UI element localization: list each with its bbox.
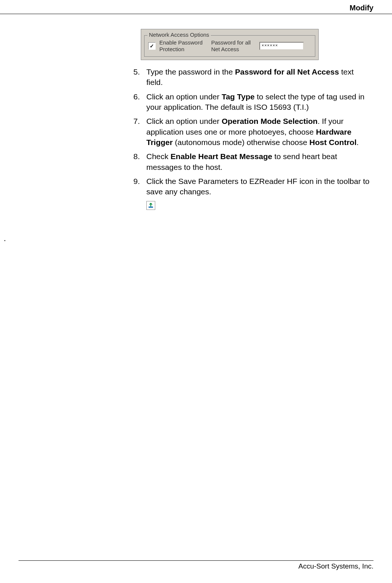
step-body: Click the Save Parameters to EZReader HF… bbox=[146, 176, 370, 197]
step-number: 7. bbox=[133, 116, 146, 148]
step-6: 6. Click an option under Tag Type to sel… bbox=[133, 92, 370, 113]
password-input[interactable]: ×××××× bbox=[259, 42, 304, 50]
step-number: 8. bbox=[133, 151, 146, 172]
content-area: Network Access Options ✓ Enable Password… bbox=[0, 14, 392, 210]
step-body: Type the password in the Password for al… bbox=[146, 67, 370, 88]
stray-period: . bbox=[4, 234, 6, 243]
enable-password-label: Enable Password Protection bbox=[159, 39, 207, 53]
enable-password-checkbox[interactable]: ✓ bbox=[148, 42, 156, 50]
header-title: Modify bbox=[350, 4, 373, 12]
page-footer: Accu-Sort Systems, Inc. bbox=[19, 560, 373, 570]
fieldset-row: ✓ Enable Password Protection Password fo… bbox=[148, 39, 311, 53]
fieldset-legend: Network Access Options bbox=[147, 32, 211, 38]
network-options-fieldset: Network Access Options ✓ Enable Password… bbox=[144, 35, 315, 57]
instructions-list: 5. Type the password in the Password for… bbox=[133, 67, 370, 197]
network-options-dialog: Network Access Options ✓ Enable Password… bbox=[141, 29, 319, 60]
step-body: Check Enable Heart Beat Message to send … bbox=[146, 151, 370, 172]
step-body: Click an option under Operation Mode Sel… bbox=[146, 116, 370, 148]
step-number: 6. bbox=[133, 92, 146, 113]
footer-text: Accu-Sort Systems, Inc. bbox=[298, 562, 373, 570]
step-9: 9. Click the Save Parameters to EZReader… bbox=[133, 176, 370, 197]
step-number: 5. bbox=[133, 67, 146, 88]
step-5: 5. Type the password in the Password for… bbox=[133, 67, 370, 88]
step-number: 9. bbox=[133, 176, 146, 197]
step-7: 7. Click an option under Operation Mode … bbox=[133, 116, 370, 148]
step-8: 8. Check Enable Heart Beat Message to se… bbox=[133, 151, 370, 172]
password-for-all-label: Password for all Net Access bbox=[211, 39, 256, 53]
save-parameters-icon[interactable] bbox=[146, 201, 155, 210]
save-icon-block bbox=[146, 201, 370, 210]
step-body: Click an option under Tag Type to select… bbox=[146, 92, 370, 113]
svg-rect-1 bbox=[149, 207, 153, 208]
page-header: Modify bbox=[0, 0, 392, 14]
